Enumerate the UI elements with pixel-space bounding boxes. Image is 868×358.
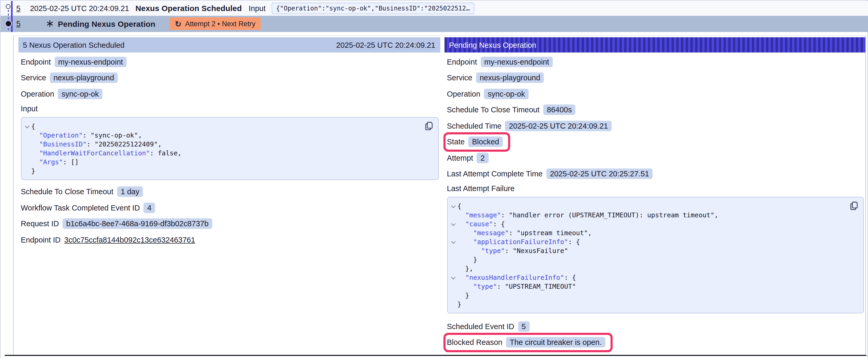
chevron-down-icon[interactable] (451, 239, 456, 243)
field-row: Endpointmy-nexus-endpoint (447, 56, 865, 67)
code-text: "Operation": "sync-op-ok", (31, 130, 142, 139)
code-line-gutter (23, 139, 31, 148)
json-key: "Args" (39, 158, 63, 166)
timeline-accent-bar (11, 1, 12, 32)
annotation-highlight-box: Blocked ReasonThe circuit breaker is ope… (447, 337, 605, 348)
pending-panel-title: Pending Nexus Operation (449, 41, 536, 49)
code-text: "type": "NexusFailure" (457, 246, 568, 255)
event-title: Pending Nexus Operation (58, 19, 155, 28)
field-label: State (447, 137, 465, 146)
field-label: Endpoint (447, 58, 477, 66)
field-label: Workflow Task Completed Event ID (21, 203, 140, 212)
code-line-gutter (450, 237, 457, 246)
copy-icon[interactable] (850, 202, 858, 210)
code-line: } (450, 300, 859, 308)
field-row: Workflow Task Completed Event ID4 (21, 202, 440, 213)
left-panel-time: 2025-02-25 UTC 20:24:09.21 (336, 41, 435, 49)
code-line: "type": "NexusFailure" (450, 246, 859, 255)
code-line: "message": "upstream timeout", (450, 228, 859, 237)
chevron-down-icon[interactable] (451, 204, 456, 208)
code-text: "cause": { (457, 220, 505, 228)
field-row: Scheduled Time2025-02-25 UTC 20:24:09.21 (447, 120, 865, 131)
field-label: Blocked Reason (447, 338, 502, 347)
code-line: "nexusHandlerFailureInfo": { (450, 273, 859, 282)
chevron-down-icon[interactable] (451, 222, 456, 226)
retry-icon: ↻ (175, 20, 182, 28)
json-code-block: { "message": "handler error (UPSTREAM_TI… (447, 197, 864, 314)
code-text: } (457, 255, 477, 264)
chevron-down-icon[interactable] (25, 124, 29, 128)
left-panel-header: 5 Nexus Operation Scheduled 2025-02-25 U… (18, 37, 440, 53)
json-key: "cause" (465, 220, 493, 228)
code-line-gutter (23, 166, 31, 175)
field-value-badge: The circuit breaker is open. (506, 337, 605, 348)
input-preview-chip[interactable]: {"Operation":"sync-op-ok","BusinessID":"… (271, 3, 474, 14)
code-line: { (450, 202, 859, 210)
json-key: "Operation" (39, 131, 83, 139)
field-label: Operation (21, 90, 54, 98)
field-value-badge: nexus-playground (476, 72, 544, 83)
field-row: Request IDb1c6a4bc-8ee7-468a-9169-df3b02… (21, 218, 440, 229)
code-line: } (450, 291, 859, 300)
retry-badge-label: Attempt 2 • Next Retry (185, 20, 256, 28)
field-row: Operationsync-op-ok (447, 88, 865, 99)
code-line-gutter (450, 220, 457, 228)
json-key: "HandlerWaitForCancellation" (39, 149, 150, 157)
input-label: Input (249, 4, 266, 12)
event-row-scheduled[interactable]: 5 2025-02-25 UTC 20:24:09.21 Nexus Opera… (1, 1, 868, 15)
copy-icon[interactable] (425, 122, 433, 130)
field-row: Scheduled Event ID5 (447, 321, 865, 332)
code-line: "HandlerWaitForCancellation": false, (23, 148, 434, 157)
field-row: Endpointmy-nexus-endpoint (21, 56, 440, 67)
event-row-pending[interactable]: 5 Pending Nexus Operation ↻ Attempt 2 • … (1, 15, 868, 32)
code-text: { (457, 202, 461, 210)
detail-right-panel: Pending Nexus Operation Endpointmy-nexus… (444, 37, 865, 353)
event-title: Nexus Operation Scheduled (135, 4, 242, 13)
field-label: Input (21, 104, 440, 115)
pending-panel-header: Pending Nexus Operation (444, 37, 865, 53)
code-line: "Operation": "sync-op-ok", (23, 130, 434, 139)
field-label: Scheduled Time (447, 122, 501, 130)
json-key: "BusinessID" (39, 140, 87, 148)
code-line-gutter (23, 148, 31, 157)
code-line: "type": "UPSTREAM_TIMEOUT" (450, 282, 859, 291)
code-line: }, (450, 264, 859, 273)
field-row: Schedule To Close Timeout86400s (447, 104, 865, 115)
detail-left-panel: 5 Nexus Operation Scheduled 2025-02-25 U… (18, 37, 440, 250)
code-line-gutter (23, 122, 31, 130)
field-value-badge: 2025-02-25 UTC 20:24:09.21 (505, 121, 612, 131)
field-row: Servicenexus-playground (21, 72, 440, 83)
json-key: "message" (473, 229, 508, 237)
field-label: Endpoint ID (21, 235, 61, 244)
code-line: "applicationFailureInfo": { (450, 237, 859, 246)
code-line-gutter (450, 264, 457, 273)
field-value-badge: 4 (144, 202, 155, 213)
code-text: "nexusHandlerFailureInfo": { (457, 273, 576, 282)
code-line: "Args": [] (23, 157, 434, 166)
field-row: Endpoint ID3c0c75ccfa8144b092c13ce632463… (21, 234, 440, 245)
field-label: Attempt (447, 154, 473, 162)
event-id-link[interactable]: 5 (16, 20, 21, 28)
field-label: Schedule To Close Timeout (447, 105, 539, 114)
code-text: "message": "upstream timeout", (457, 228, 592, 237)
json-key: "type" (473, 283, 497, 290)
code-text: "BusinessID": "20250225122409", (31, 139, 162, 148)
field-label: Operation (447, 90, 480, 98)
event-id-link[interactable]: 5 (16, 4, 21, 12)
bottom-border (5, 355, 866, 356)
field-label: Scheduled Event ID (447, 322, 514, 330)
chevron-down-icon[interactable] (451, 275, 456, 279)
json-key: "nexusHandlerFailureInfo" (465, 273, 564, 281)
json-key: "applicationFailureInfo" (473, 238, 568, 246)
timeline-hollow-circle-icon (5, 4, 10, 9)
code-line: "message": "handler error (UPSTREAM_TIME… (450, 210, 859, 220)
field-value-link[interactable]: 3c0c75ccfa8144b092c13ce632463761 (64, 235, 195, 244)
field-row: Servicenexus-playground (447, 72, 865, 83)
code-line-gutter (450, 291, 457, 300)
field-value-badge: 2025-02-25 UTC 20:25:27.51 (546, 168, 653, 179)
field-label: Last Attempt Complete Time (447, 169, 542, 178)
timeline-filled-circle-icon (6, 21, 11, 26)
event-detail-container: 5 Nexus Operation Scheduled 2025-02-25 U… (13, 35, 866, 354)
json-code-block: { "Operation": "sync-op-ok", "BusinessID… (21, 117, 438, 180)
code-line-gutter (450, 228, 457, 237)
